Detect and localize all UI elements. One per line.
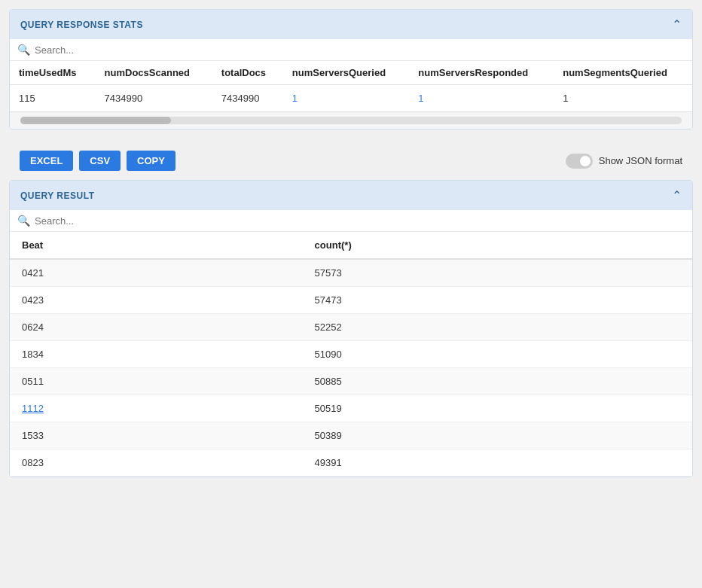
col-numServersResponded: numServersResponded — [409, 61, 554, 85]
cell-count: 49391 — [303, 449, 692, 477]
result-collapse-icon[interactable]: ⌃ — [672, 188, 682, 203]
stats-table-wrapper: timeUsedMs numDocsScanned totalDocs numS… — [10, 61, 692, 111]
table-row: 042357473 — [10, 287, 692, 314]
col-timeUsedMs: timeUsedMs — [10, 61, 96, 85]
col-numSegmentsQueried: numSegmentsQueried — [554, 61, 692, 85]
cell-beat: 1533 — [10, 422, 303, 449]
col-numServersQueried: numServersQueried — [283, 61, 409, 85]
scrollbar-track — [20, 117, 682, 124]
stats-search-icon: 🔍 — [17, 44, 30, 56]
json-format-toggle[interactable] — [566, 154, 593, 169]
result-panel-header: QUERY RESULT ⌃ — [10, 181, 692, 210]
cell-numDocsScanned: 7434990 — [96, 85, 212, 112]
stats-search-bar: 🔍 — [10, 39, 692, 61]
cell-beat: 0421 — [10, 259, 303, 287]
result-search-bar: 🔍 — [10, 210, 692, 232]
cell-count: 50885 — [303, 368, 692, 395]
cell-count: 50519 — [303, 395, 692, 422]
cell-count: 51090 — [303, 341, 692, 368]
cell-count: 52252 — [303, 314, 692, 341]
cell-beat: 0423 — [10, 287, 303, 314]
table-row: 082349391 — [10, 449, 692, 477]
table-row: 183451090 — [10, 341, 692, 368]
result-panel-title: QUERY RESULT — [20, 190, 94, 201]
stats-table: timeUsedMs numDocsScanned totalDocs numS… — [10, 61, 692, 111]
toolbar: EXCEL CSV COPY Show JSON format — [9, 142, 693, 180]
col-totalDocs: totalDocs — [212, 61, 283, 85]
cell-count: 50389 — [303, 422, 692, 449]
stats-search-input[interactable] — [35, 44, 685, 56]
result-search-input[interactable] — [35, 215, 685, 227]
csv-button[interactable]: CSV — [79, 151, 121, 171]
cell-timeUsedMs: 115 — [10, 85, 96, 112]
excel-button[interactable]: EXCEL — [20, 151, 73, 171]
table-row: 062452252 — [10, 314, 692, 341]
cell-beat: 0823 — [10, 449, 303, 477]
stats-panel-title: QUERY RESPONSE STATS — [20, 20, 143, 30]
scrollbar-thumb — [20, 117, 171, 124]
result-table-scroll[interactable]: Beat count(*) 04215757304235747306245225… — [10, 232, 692, 477]
cell-count: 57473 — [303, 287, 692, 314]
cell-totalDocs: 7434990 — [212, 85, 283, 112]
stats-panel-header: QUERY RESPONSE STATS ⌃ — [10, 10, 692, 39]
cell-beat: 0511 — [10, 368, 303, 395]
link-numServersQueried[interactable]: 1 — [292, 93, 298, 104]
cell-beat[interactable]: 1112 — [10, 395, 303, 422]
horizontal-scrollbar[interactable] — [10, 111, 692, 129]
cell-numSegmentsQueried: 1 — [554, 85, 692, 112]
table-row: 111250519 — [10, 395, 692, 422]
table-row: 153350389 — [10, 422, 692, 449]
cell-beat: 0624 — [10, 314, 303, 341]
stats-collapse-icon[interactable]: ⌃ — [672, 17, 682, 32]
json-format-label: Show JSON format — [599, 155, 682, 166]
link-numServersResponded[interactable]: 1 — [418, 93, 423, 104]
cell-count: 57573 — [303, 259, 692, 287]
table-row: 051150885 — [10, 368, 692, 395]
json-toggle-area: Show JSON format — [566, 154, 682, 169]
table-row: 042157573 — [10, 259, 692, 287]
col-beat: Beat — [10, 232, 303, 259]
cell-numServersQueried[interactable]: 1 — [283, 85, 409, 112]
result-table: Beat count(*) 04215757304235747306245225… — [10, 232, 692, 477]
col-count: count(*) — [303, 232, 692, 259]
result-panel-body: Beat count(*) 04215757304235747306245225… — [10, 232, 692, 477]
result-search-icon: 🔍 — [17, 215, 30, 227]
col-numDocsScanned: numDocsScanned — [96, 61, 212, 85]
toggle-knob — [580, 156, 591, 166]
result-panel: QUERY RESULT ⌃ 🔍 Beat count(*) 042157573… — [9, 180, 693, 477]
link-beat[interactable]: 1112 — [22, 403, 44, 414]
stats-panel: QUERY RESPONSE STATS ⌃ 🔍 timeUsedMs numD… — [9, 9, 693, 129]
cell-numServersResponded[interactable]: 1 — [409, 85, 554, 112]
table-row: 115 7434990 7434990 1 1 1 — [10, 85, 692, 112]
cell-beat: 1834 — [10, 341, 303, 368]
copy-button[interactable]: COPY — [127, 151, 176, 171]
